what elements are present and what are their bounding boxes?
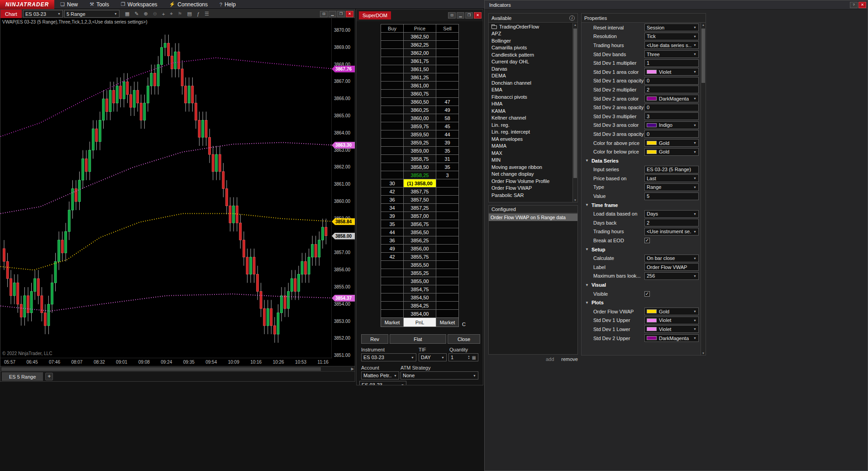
property-section-setup[interactable]: ▼Setup bbox=[582, 245, 701, 254]
dom-buy-cell[interactable] bbox=[381, 90, 404, 98]
property-select[interactable]: Session▼ bbox=[644, 24, 699, 31]
dom-buy-cell[interactable] bbox=[381, 57, 404, 65]
dom-price-cell[interactable]: 3862,50 bbox=[404, 33, 436, 41]
menu-item-tools[interactable]: ⚒Tools bbox=[84, 0, 115, 9]
dom-sell-cell[interactable] bbox=[436, 261, 459, 269]
dom-price-cell[interactable]: 3856,75 bbox=[404, 220, 436, 228]
dom-buy-cell[interactable]: 44 bbox=[381, 228, 404, 236]
dom-price-cell[interactable]: 3855,50 bbox=[404, 261, 436, 269]
remove-link[interactable]: remove bbox=[561, 356, 578, 362]
dom-sell-cell[interactable] bbox=[436, 41, 459, 49]
add-tab-button[interactable]: + bbox=[45, 373, 53, 380]
available-item[interactable]: Darvas bbox=[489, 65, 572, 72]
property-color-select[interactable]: Violet▼ bbox=[644, 317, 699, 324]
available-item[interactable]: DEMA bbox=[489, 72, 572, 80]
property-color-select[interactable]: Indigo▼ bbox=[644, 121, 699, 129]
available-item[interactable]: Donchian channel bbox=[489, 79, 572, 87]
property-input[interactable]: 1 bbox=[644, 59, 699, 67]
properties-scrollbar[interactable]: ▲ ▼ bbox=[701, 23, 706, 355]
dom-buy-cell[interactable]: 34 bbox=[381, 204, 404, 212]
available-item[interactable]: MIN bbox=[489, 157, 572, 164]
available-item[interactable]: MAX bbox=[489, 149, 572, 157]
dom-sell-cell[interactable] bbox=[436, 212, 459, 220]
dom-sell-cell[interactable] bbox=[436, 310, 459, 318]
dom-price-cell[interactable]: 3857,75 bbox=[404, 187, 436, 196]
dom-sell-cell[interactable] bbox=[436, 187, 459, 196]
dom-price-cell[interactable]: 3860,75 bbox=[404, 90, 436, 98]
dom-buy-cell[interactable] bbox=[381, 310, 404, 318]
property-input[interactable]: 5 bbox=[644, 192, 699, 200]
dom-buy-cell[interactable]: 39 bbox=[381, 212, 404, 220]
zoom-out-icon[interactable]: ⊖ bbox=[153, 11, 157, 17]
property-section-plots[interactable]: ▼Plots bbox=[582, 298, 701, 307]
dom-buy-cell[interactable] bbox=[381, 114, 404, 122]
add-icon[interactable]: + bbox=[162, 11, 165, 17]
flag-icon[interactable]: ⚑ bbox=[178, 11, 182, 17]
minimize-button[interactable]: ▁ bbox=[457, 12, 464, 19]
dom-buy-cell[interactable] bbox=[381, 65, 404, 73]
dom-price-cell[interactable]: (1) 3858,00 bbox=[404, 179, 436, 187]
scrollbar-thumb[interactable] bbox=[701, 29, 705, 83]
price-chart[interactable]: VWAP(ES 03-23 (5 Range),Three,Tick,1,2,3… bbox=[0, 18, 355, 366]
menu-item-workspaces[interactable]: ❐Workspaces bbox=[115, 0, 163, 9]
dom-sell-cell[interactable]: 31 bbox=[436, 155, 459, 163]
dom-price-cell[interactable]: 3861,75 bbox=[404, 57, 436, 65]
dom-buy-cell[interactable] bbox=[381, 277, 404, 285]
close-button[interactable]: ✕ bbox=[858, 2, 866, 8]
available-item[interactable]: MAMA bbox=[489, 143, 572, 150]
property-input[interactable]: 0 bbox=[644, 130, 699, 138]
property-select[interactable]: 256▼ bbox=[644, 272, 699, 280]
dom-sell-cell[interactable] bbox=[436, 204, 459, 212]
property-input[interactable]: 3 bbox=[644, 112, 699, 120]
dom-price-cell[interactable]: 3862,25 bbox=[404, 41, 436, 49]
dom-price-cell[interactable]: 3857,00 bbox=[404, 212, 436, 220]
dom-sell-cell[interactable] bbox=[436, 285, 459, 293]
dom-price-cell[interactable]: 3856,50 bbox=[404, 228, 436, 236]
dom-sell-cell[interactable] bbox=[436, 82, 459, 90]
scroll-up-icon[interactable]: ▲ bbox=[701, 24, 706, 26]
dom-sell-cell[interactable] bbox=[436, 228, 459, 236]
available-item[interactable]: Moving average ribbon bbox=[489, 163, 572, 171]
available-item[interactable]: Bollinger bbox=[489, 37, 572, 44]
draw-pencil-icon[interactable]: ✎ bbox=[134, 11, 138, 17]
info-icon[interactable]: i bbox=[569, 15, 575, 21]
property-select[interactable]: Last▼ bbox=[644, 174, 699, 182]
dom-buy-cell[interactable] bbox=[381, 147, 404, 155]
dom-buy-cell[interactable] bbox=[381, 163, 404, 171]
dom-buy-cell[interactable]: 30 bbox=[381, 179, 404, 187]
chart-instrument-select[interactable]: ES 03-23 ▼ bbox=[23, 10, 63, 18]
reverse-button[interactable]: Rev bbox=[361, 334, 388, 344]
available-item[interactable]: Parabolic SAR bbox=[489, 192, 572, 199]
account-select[interactable]: Matteo Petr... ▼ bbox=[361, 371, 399, 380]
scroll-up-icon[interactable]: ▲ bbox=[573, 24, 577, 26]
property-color-select[interactable]: Violet▼ bbox=[644, 325, 699, 333]
chart-horizontal-scrollbar[interactable]: ▶ bbox=[0, 366, 355, 371]
property-select[interactable]: Range▼ bbox=[644, 183, 699, 191]
dom-price-cell[interactable]: 3856,00 bbox=[404, 245, 436, 253]
spin-down-icon[interactable]: ▼ bbox=[468, 357, 470, 360]
grid-icon[interactable]: ▤ bbox=[187, 11, 191, 17]
indicator-icon[interactable]: ƒ bbox=[197, 11, 200, 17]
property-select[interactable]: On bar close▼ bbox=[644, 255, 699, 262]
sell-market-button[interactable]: Market bbox=[436, 318, 459, 327]
dom-buy-cell[interactable]: 36 bbox=[381, 196, 404, 204]
property-input[interactable]: 0 bbox=[644, 77, 699, 85]
dom-price-cell[interactable]: 3854,00 bbox=[404, 310, 436, 318]
dom-buy-cell[interactable] bbox=[381, 106, 404, 114]
dom-buy-cell[interactable]: 49 bbox=[381, 245, 404, 253]
property-color-select[interactable]: Gold▼ bbox=[644, 308, 699, 315]
tab-es-5-range[interactable]: ES 5 Range bbox=[2, 372, 43, 381]
dom-buy-cell[interactable]: 42 bbox=[381, 187, 404, 196]
available-item[interactable]: KAMA bbox=[489, 107, 572, 115]
time-axis[interactable]: 05:5706:4507:4608:0708:3209:0109:0809:24… bbox=[0, 358, 332, 366]
dom-sell-cell[interactable] bbox=[436, 65, 459, 73]
collapse-arrow-icon[interactable]: ▼ bbox=[585, 283, 589, 287]
partial-instrument-select[interactable]: ES 03-23... ▼ bbox=[359, 381, 406, 385]
property-select[interactable]: <Use data series s...▼ bbox=[644, 41, 699, 49]
dom-sell-cell[interactable] bbox=[436, 49, 459, 57]
property-input[interactable]: Order Flow VWAP bbox=[644, 263, 699, 271]
dom-buy-cell[interactable] bbox=[381, 49, 404, 57]
dom-buy-cell[interactable] bbox=[381, 293, 404, 302]
dom-price-cell[interactable]: 3858,25 bbox=[404, 171, 436, 179]
available-item[interactable]: Candlestick pattern bbox=[489, 51, 572, 58]
